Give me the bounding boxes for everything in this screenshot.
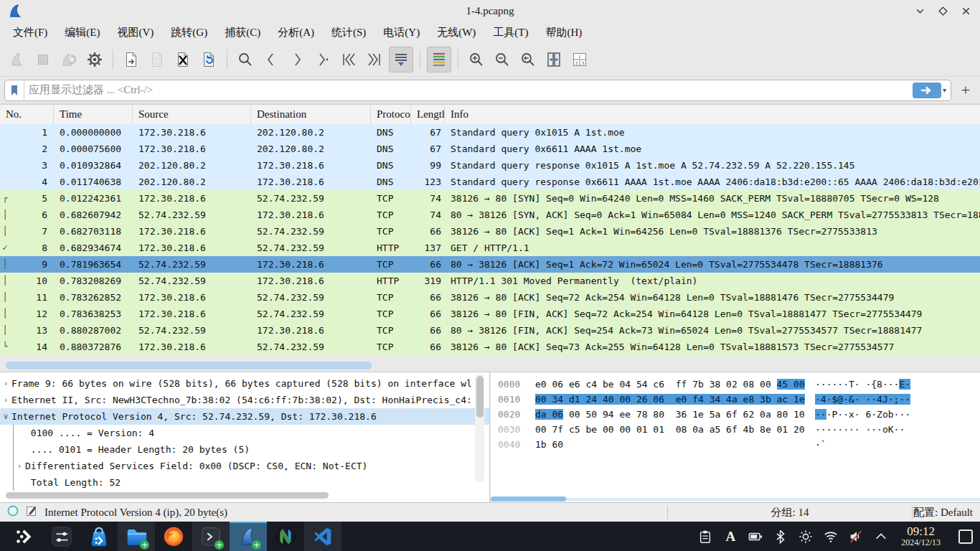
taskbar-wireshark-icon[interactable]: + bbox=[230, 522, 267, 551]
packet-row-1[interactable]: 10.000000000172.30.218.6202.120.80.2DNS6… bbox=[0, 124, 980, 141]
auto-scroll-button[interactable] bbox=[389, 47, 413, 72]
find-packet-button[interactable] bbox=[234, 47, 257, 72]
expander-icon[interactable]: ∨ bbox=[0, 408, 11, 425]
go-back-button[interactable] bbox=[260, 47, 283, 72]
menu-item-7[interactable]: 电话(Y) bbox=[374, 24, 428, 42]
detail-line-5[interactable]: ›Differentiated Services Field: 0x00 (DS… bbox=[0, 458, 489, 474]
taskbar-control-center-icon[interactable] bbox=[43, 522, 80, 551]
detail-line-4[interactable]: .... 0101 = Header Length: 20 bytes (5) bbox=[0, 441, 489, 458]
tray-bluetooth-icon[interactable] bbox=[773, 529, 788, 545]
taskbar-app-store-icon[interactable] bbox=[80, 522, 118, 551]
resize-columns-button[interactable] bbox=[542, 47, 565, 72]
packet-row-3[interactable]: 30.010932864202.120.80.2172.30.218.6DNS9… bbox=[0, 157, 980, 174]
packet-row-11[interactable]: │110.783262852172.30.218.652.74.232.59TC… bbox=[0, 289, 980, 306]
packet-row-7[interactable]: │70.682703118172.30.218.652.74.232.59TCP… bbox=[0, 223, 980, 240]
tray-brightness-icon[interactable] bbox=[798, 529, 814, 545]
minimize-button[interactable] bbox=[910, 1, 930, 20]
open-file-button[interactable] bbox=[120, 47, 143, 72]
packet-row-12[interactable]: │120.783638253172.30.218.652.74.232.59TC… bbox=[0, 306, 980, 322]
column-header-protocol[interactable]: Protocol bbox=[371, 105, 411, 124]
packet-row-8[interactable]: ✓80.682934674172.30.218.652.74.232.59HTT… bbox=[0, 240, 980, 256]
packet-row-9[interactable]: │90.78196365452.74.232.59172.30.218.6TCP… bbox=[0, 256, 980, 273]
packet-row-14[interactable]: └140.880372876172.30.218.652.74.232.59TC… bbox=[0, 339, 980, 355]
packet-row-10[interactable]: │100.78320826952.74.232.59172.30.218.6HT… bbox=[0, 273, 980, 289]
detail-line-6[interactable]: Total Length: 52 bbox=[0, 474, 489, 491]
packet-row-2[interactable]: 20.000075600172.30.218.6202.120.80.2DNS6… bbox=[0, 141, 980, 157]
detail-line-1[interactable]: ›Ethernet II, Src: NewH3CTechno_7b:38:02… bbox=[0, 392, 489, 408]
detail-line-2[interactable]: ∨Internet Protocol Version 4, Src: 52.74… bbox=[0, 408, 489, 425]
packet-row-6[interactable]: │60.68260794252.74.232.59172.30.218.6TCP… bbox=[0, 207, 980, 223]
tray-clipboard-icon[interactable] bbox=[697, 529, 713, 545]
filter-bookmark-icon[interactable] bbox=[5, 81, 24, 100]
expander-icon[interactable]: › bbox=[13, 458, 25, 474]
display-filter-box[interactable]: ▾ bbox=[4, 80, 951, 101]
tray-chevron-up-icon[interactable] bbox=[873, 529, 889, 545]
go-to-packet-button[interactable] bbox=[311, 47, 334, 72]
hex-row-0020[interactable]: 0020da 06 00 50 94 ee 78 80 36 1e 5a 6f … bbox=[491, 407, 980, 422]
packet-row-5[interactable]: ┌50.012242361172.30.218.652.74.232.59TCP… bbox=[0, 190, 980, 207]
last-packet-button[interactable] bbox=[363, 47, 386, 72]
taskbar-firefox-icon[interactable] bbox=[155, 522, 192, 551]
add-filter-button[interactable]: + bbox=[956, 80, 976, 100]
taskbar-file-manager-icon[interactable]: + bbox=[118, 522, 155, 551]
zoom-out-button[interactable] bbox=[491, 47, 514, 72]
menu-item-6[interactable]: 统计(S) bbox=[323, 24, 374, 42]
close-button[interactable] bbox=[956, 1, 976, 20]
column-header-info[interactable]: Info bbox=[445, 105, 980, 124]
column-header-length[interactable]: Length bbox=[411, 105, 445, 124]
menu-item-4[interactable]: 捕获(C) bbox=[216, 24, 269, 42]
go-forward-button[interactable] bbox=[286, 47, 308, 72]
expert-info-icon[interactable] bbox=[7, 505, 19, 519]
column-header-source[interactable]: Source bbox=[133, 105, 251, 124]
taskbar-clock[interactable]: 09:12 2024/12/13 bbox=[901, 525, 941, 547]
packet-row-13[interactable]: │130.88028700252.74.232.59172.30.218.6TC… bbox=[0, 322, 980, 339]
menu-item-2[interactable]: 视图(V) bbox=[109, 24, 163, 42]
menu-item-8[interactable]: 无线(W) bbox=[428, 24, 484, 42]
hex-hscrollbar[interactable] bbox=[491, 496, 566, 501]
column-header-time[interactable]: Time bbox=[54, 105, 133, 124]
tray-ime-a-icon[interactable]: A bbox=[722, 529, 738, 545]
tray-volume-muted-icon[interactable] bbox=[848, 529, 864, 545]
column-header-no[interactable]: No. bbox=[0, 105, 54, 124]
capture-options-button[interactable] bbox=[83, 47, 106, 72]
detail-line-0[interactable]: ›Frame 9: 66 bytes on wire (528 bits), 6… bbox=[0, 375, 489, 392]
zoom-original-button[interactable] bbox=[517, 47, 540, 72]
menu-item-0[interactable]: 文件(F) bbox=[4, 24, 56, 42]
menu-item-10[interactable]: 帮助(H) bbox=[537, 24, 590, 42]
packet-list-hscrollbar[interactable] bbox=[6, 362, 372, 369]
menu-item-3[interactable]: 跳转(G) bbox=[162, 24, 216, 42]
detail-vscrollbar[interactable] bbox=[475, 375, 484, 482]
close-file-button[interactable] bbox=[171, 47, 194, 72]
detail-hscrollbar[interactable] bbox=[6, 492, 329, 499]
tray-battery-icon[interactable] bbox=[748, 529, 763, 545]
taskbar-launcher-icon[interactable] bbox=[6, 522, 43, 551]
filter-dropdown-caret[interactable]: ▾ bbox=[943, 86, 946, 94]
first-packet-button[interactable] bbox=[337, 47, 360, 72]
detail-line-3[interactable]: 0100 .... = Version: 4 bbox=[0, 425, 489, 441]
apply-filter-button[interactable] bbox=[913, 83, 941, 98]
expander-icon[interactable]: › bbox=[0, 375, 11, 392]
zoom-in-button[interactable] bbox=[465, 47, 488, 72]
taskbar-terminal-icon[interactable]: + bbox=[192, 522, 230, 551]
column-header-destination[interactable]: Destination bbox=[251, 105, 371, 124]
hex-row-0000[interactable]: 0000e0 06 e6 c4 be 04 54 c6 ff 7b 38 02 … bbox=[491, 377, 980, 392]
number-columns-button[interactable]: 123 bbox=[568, 47, 591, 72]
hex-row-0030[interactable]: 003000 7f c5 be 00 00 01 01 08 0a a5 6f … bbox=[491, 422, 980, 437]
hex-row-0040[interactable]: 00401b 60·` bbox=[491, 437, 980, 452]
profile-label[interactable]: 配置: Default bbox=[913, 506, 980, 519]
expander-icon[interactable]: › bbox=[0, 392, 11, 408]
menu-item-1[interactable]: 编辑(E) bbox=[56, 24, 108, 42]
taskbar-neovim-icon[interactable] bbox=[267, 522, 304, 551]
tray-wifi-icon[interactable] bbox=[823, 529, 839, 545]
hex-row-0010[interactable]: 001000 34 d1 24 40 00 26 06 e0 f4 34 4a … bbox=[491, 392, 980, 407]
colorize-button[interactable] bbox=[427, 47, 451, 72]
maximize-button[interactable] bbox=[933, 1, 953, 20]
taskbar-vscode-icon[interactable] bbox=[304, 522, 341, 551]
capture-comment-icon[interactable] bbox=[26, 505, 37, 519]
menu-item-5[interactable]: 分析(A) bbox=[269, 24, 323, 42]
display-filter-input[interactable] bbox=[24, 84, 913, 96]
packet-row-4[interactable]: 40.011740638202.120.80.2172.30.218.6DNS1… bbox=[0, 174, 980, 190]
reload-file-button[interactable] bbox=[197, 47, 220, 72]
show-desktop-button[interactable] bbox=[958, 529, 973, 544]
menu-item-9[interactable]: 工具(T) bbox=[484, 24, 537, 42]
